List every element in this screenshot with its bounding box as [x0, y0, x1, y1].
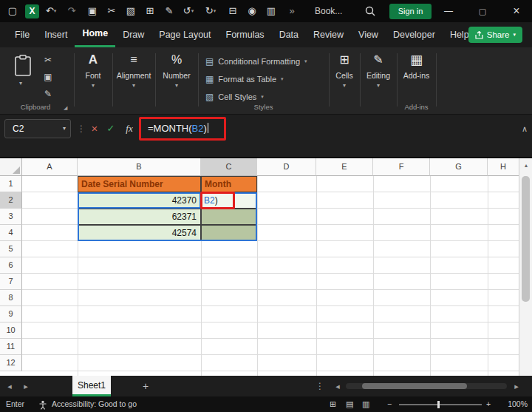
cell-b4[interactable]: 42574	[78, 225, 201, 241]
name-box[interactable]: C2 ▾	[4, 119, 71, 138]
print-icon[interactable]: ⊟	[225, 0, 241, 22]
tab-view[interactable]: View	[351, 22, 386, 47]
cell-c3[interactable]	[201, 209, 257, 225]
cut-button[interactable]: ✂	[41, 55, 55, 65]
rotate-left-icon[interactable]: ↺▾	[180, 0, 197, 22]
chevron-down-icon[interactable]: ▾	[214, 8, 216, 13]
collapse-formula-bar-icon[interactable]: ∧	[522, 119, 528, 138]
cancel-button[interactable]: ×	[87, 119, 102, 138]
chevron-down-icon[interactable]: ▾	[191, 8, 194, 13]
tab-home[interactable]: Home	[75, 22, 115, 47]
zoom-level[interactable]: 100%	[501, 396, 528, 412]
row-header-6[interactable]: 6	[0, 257, 22, 274]
sheet-next-icon[interactable]: ▸	[19, 376, 33, 396]
cell-b1[interactable]: Date Serial Number	[78, 176, 201, 192]
tab-formulas[interactable]: Formulas	[219, 22, 272, 47]
column-header-c[interactable]: C	[201, 158, 257, 176]
normal-view-icon[interactable]: ⊞	[330, 396, 336, 412]
row-header-3[interactable]: 3	[0, 209, 22, 225]
insert-function-button[interactable]: fx	[120, 119, 138, 138]
search-icon[interactable]	[365, 6, 375, 19]
accessibility-status[interactable]: Accessibility: Good to go	[52, 396, 137, 412]
column-header-d[interactable]: D	[257, 158, 316, 176]
record-icon[interactable]: ◉	[244, 0, 260, 22]
zoom-in-button[interactable]: +	[486, 396, 491, 412]
row-header-9[interactable]: 9	[0, 306, 22, 322]
column-header-f[interactable]: F	[373, 158, 430, 176]
horizontal-scrollbar-thumb[interactable]	[362, 383, 467, 389]
row-header-2[interactable]: 2	[0, 192, 22, 209]
row-header-7[interactable]: 7	[0, 274, 22, 290]
cut-icon[interactable]: ✂	[103, 0, 120, 22]
sheet-menu-icon[interactable]: ⋮	[313, 376, 327, 396]
page-layout-view-icon[interactable]: ▤	[346, 396, 353, 412]
add-ins-button[interactable]: ▦ Add-ins	[397, 52, 436, 80]
number-group-button[interactable]: % Number ▾	[155, 52, 198, 89]
table-icon[interactable]: ⊞	[142, 0, 158, 22]
page-break-view-icon[interactable]: ▥	[362, 396, 369, 412]
tab-data[interactable]: Data	[272, 22, 306, 47]
cell-c2-editing[interactable]: B2)	[201, 192, 257, 209]
conditional-formatting-button[interactable]: ▤ Conditional Formatting ▾	[205, 53, 307, 70]
row-header-5[interactable]: 5	[0, 241, 22, 257]
font-group-button[interactable]: A Font ▾	[74, 52, 112, 89]
clipboard-dialog-launcher-icon[interactable]: ◢	[64, 105, 67, 111]
paste-dropdown-chevron-icon[interactable]: ▾	[19, 80, 22, 87]
hscroll-left-icon[interactable]: ◂	[331, 376, 344, 396]
cell-b2[interactable]: 42370	[78, 192, 201, 209]
window-icon[interactable]: ▢	[4, 0, 21, 22]
picture-icon[interactable]: ▧	[123, 0, 139, 22]
row-header-8[interactable]: 8	[0, 290, 22, 306]
column-header-h[interactable]: H	[488, 158, 519, 176]
add-sheet-button[interactable]: +	[139, 376, 152, 396]
spreadsheet-grid[interactable]: A B C D E F G H 1 2 3 4 5 6 7 8 9 10 11 …	[0, 158, 519, 376]
maximize-button[interactable]: ▢	[471, 0, 494, 22]
row-header-4[interactable]: 4	[0, 225, 22, 241]
row-header-1[interactable]: 1	[0, 176, 22, 192]
share-button[interactable]: Share ▾	[468, 27, 522, 43]
clipboard-icon[interactable]: ▣	[84, 0, 100, 22]
tab-developer[interactable]: Developer	[386, 22, 443, 47]
book-icon[interactable]: ▥	[263, 0, 279, 22]
column-header-b[interactable]: B	[78, 158, 201, 176]
draw-icon[interactable]: ✎	[161, 0, 177, 22]
close-button[interactable]: ×	[505, 0, 528, 22]
zoom-slider[interactable]	[399, 404, 482, 405]
accessibility-icon[interactable]	[38, 399, 47, 412]
copy-button[interactable]: ▣	[41, 72, 55, 82]
row-header-12[interactable]: 12	[0, 355, 22, 371]
tab-page-layout[interactable]: Page Layout	[151, 22, 218, 47]
cell-c1[interactable]: Month	[201, 176, 257, 192]
formula-input[interactable]: =MONTH(B2)	[148, 119, 208, 138]
chevron-down-icon[interactable]: ▾	[63, 120, 66, 138]
cell-b3[interactable]: 62371	[78, 209, 201, 225]
sign-in-button[interactable]: Sign in	[389, 4, 432, 19]
zoom-out-button[interactable]: −	[387, 396, 392, 412]
tab-draw[interactable]: Draw	[115, 22, 151, 47]
chevron-down-icon[interactable]: ▾	[54, 8, 57, 13]
zoom-slider-thumb[interactable]	[437, 401, 440, 408]
alignment-group-button[interactable]: ≡ Alignment ▾	[112, 52, 155, 89]
redo-icon[interactable]: ↷	[64, 0, 80, 22]
vertical-scrollbar-thumb[interactable]	[522, 176, 530, 302]
enter-button[interactable]: ✓	[103, 119, 118, 138]
tab-review[interactable]: Review	[306, 22, 351, 47]
row-header-10[interactable]: 10	[0, 322, 22, 339]
cell-c4[interactable]	[201, 225, 257, 241]
rotate-right-icon[interactable]: ↻▾	[202, 0, 219, 22]
row-header-11[interactable]: 11	[0, 339, 22, 355]
column-header-g[interactable]: G	[430, 158, 488, 176]
column-header-a[interactable]: A	[22, 158, 78, 176]
format-painter-button[interactable]: ✎	[41, 89, 55, 99]
select-all-button[interactable]	[0, 158, 22, 176]
scroll-up-icon[interactable]: ▴	[519, 160, 532, 172]
format-as-table-button[interactable]: ▦ Format as Table ▾	[205, 71, 284, 87]
tab-file[interactable]: File	[7, 22, 37, 47]
horizontal-scrollbar[interactable]	[346, 383, 507, 389]
editing-group-button[interactable]: ✎ Editing ▾	[360, 52, 397, 89]
cells-group-button[interactable]: ⊞ Cells ▾	[329, 52, 360, 89]
undo-icon[interactable]: ↶▾	[43, 0, 59, 22]
tab-insert[interactable]: Insert	[37, 22, 75, 47]
minimize-button[interactable]: —	[437, 0, 460, 22]
paste-button[interactable]	[13, 55, 33, 80]
